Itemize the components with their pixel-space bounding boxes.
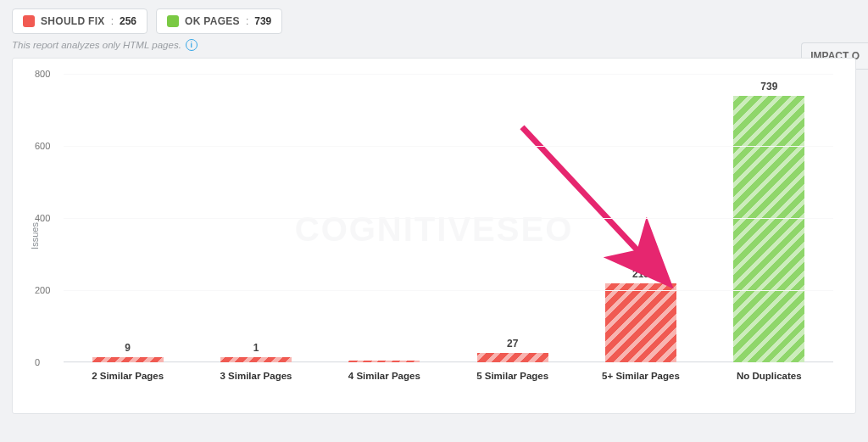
ok-pages-swatch (167, 15, 179, 27)
bar-column: 1 (205, 342, 307, 362)
x-axis: 2 Similar Pages3 Similar Pages4 Similar … (64, 371, 833, 381)
bar-value-label: 739 (760, 81, 777, 92)
bar[interactable] (605, 283, 676, 362)
ok-pages-count: 739 (254, 15, 271, 27)
bar-value-label: 1 (253, 342, 259, 354)
ok-pages-label: OK PAGES (185, 15, 240, 27)
x-tick-label: 3 Similar Pages (205, 371, 307, 381)
bar-value-label: 27 (507, 338, 518, 350)
info-icon[interactable]: i (186, 39, 198, 51)
should-fix-label: SHOULD FIX (41, 15, 105, 27)
should-fix-count: 256 (120, 15, 136, 27)
y-tick: 0 (35, 357, 40, 367)
bar-value-label: 9 (125, 342, 131, 354)
should-fix-swatch (23, 15, 35, 27)
y-tick: 400 (35, 213, 50, 223)
chart-card: Issues COGNITIVESEO 9127219739 020040060… (12, 58, 856, 414)
x-tick-label: 5+ Similar Pages (590, 371, 692, 381)
y-tick: 600 (35, 141, 50, 151)
y-tick: 800 (35, 69, 50, 79)
x-tick-label: No Duplicates (718, 371, 820, 381)
should-fix-chip[interactable]: SHOULD FIX : 256 (12, 8, 147, 34)
bar[interactable] (477, 353, 548, 362)
bar[interactable] (733, 96, 804, 362)
bar-column: 219 (590, 268, 692, 362)
x-tick-label: 2 Similar Pages (77, 371, 179, 381)
y-tick: 200 (35, 285, 50, 295)
x-tick-label: 4 Similar Pages (333, 371, 435, 381)
y-axis-label: Issues (30, 222, 40, 249)
bar-value-label: 219 (632, 268, 649, 280)
report-note: This report analyzes only HTML pages. i (0, 39, 868, 58)
bar-column: 739 (718, 81, 820, 362)
bar-column: 27 (462, 338, 564, 362)
bar-column: 9 (77, 342, 179, 362)
chart-plot: 9127219739 0200400600800 (64, 74, 833, 362)
ok-pages-chip[interactable]: OK PAGES : 739 (156, 8, 282, 34)
x-tick-label: 5 Similar Pages (462, 371, 564, 381)
